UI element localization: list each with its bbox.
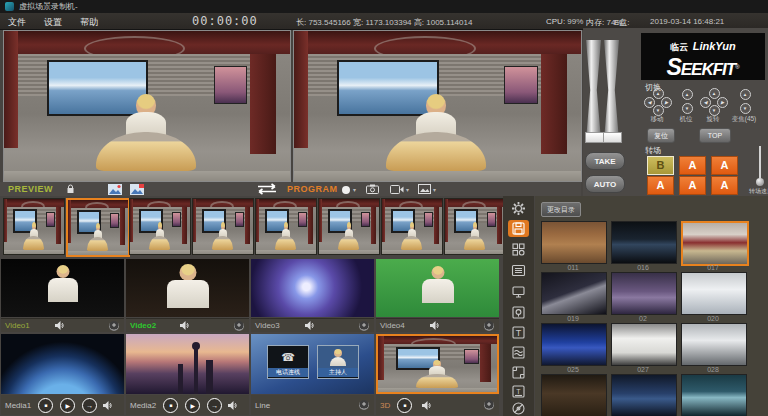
settings-knob-icon[interactable] bbox=[484, 321, 494, 331]
volume-icon[interactable] bbox=[430, 321, 441, 330]
volume-icon[interactable] bbox=[305, 321, 316, 330]
menu-file[interactable]: 文件 bbox=[8, 16, 26, 29]
zoom-out-icon[interactable]: ▼ bbox=[740, 103, 751, 114]
media2-stop-button[interactable]: ■ bbox=[163, 398, 178, 413]
menu-settings[interactable]: 设置 bbox=[44, 16, 62, 29]
transition-button-b[interactable]: B bbox=[647, 156, 674, 175]
video-capture-icon[interactable] bbox=[390, 185, 404, 194]
gallery-scene-02[interactable] bbox=[611, 272, 677, 315]
layout-grid-icon[interactable] bbox=[508, 241, 529, 258]
tbar-handle-right[interactable] bbox=[603, 132, 622, 143]
transition-button-a2[interactable]: A bbox=[711, 156, 738, 175]
record-dropdown-icon[interactable]: ▾ bbox=[353, 186, 356, 193]
gallery-scene-017-selected[interactable] bbox=[681, 221, 749, 266]
camera-angle-thumb-5[interactable] bbox=[255, 198, 317, 255]
save-icon-active[interactable] bbox=[508, 220, 529, 237]
transition-button-a4[interactable]: A bbox=[679, 176, 706, 195]
volume-icon[interactable] bbox=[55, 321, 66, 330]
camera-angle-thumb-8[interactable] bbox=[444, 198, 506, 255]
volume-icon[interactable] bbox=[228, 401, 239, 410]
rotate-right-icon[interactable]: ▶ bbox=[717, 97, 728, 108]
line-phone-option[interactable]: ☎ 电话连线 bbox=[267, 345, 309, 379]
settings-knob-icon[interactable] bbox=[234, 321, 244, 331]
top-button[interactable]: TOP bbox=[699, 128, 731, 143]
gallery-scene-row4-2[interactable] bbox=[611, 374, 677, 416]
tbar-handle-left[interactable] bbox=[585, 132, 604, 143]
snapshot-camera-icon[interactable] bbox=[366, 184, 379, 194]
media2-loop-button[interactable]: → bbox=[207, 398, 222, 413]
change-directory-button[interactable]: 更改目录 bbox=[541, 202, 581, 217]
camera-angle-thumb-6[interactable] bbox=[318, 198, 380, 255]
gallery-scene-028[interactable] bbox=[681, 323, 747, 366]
gallery-scene-row4-3[interactable] bbox=[681, 374, 747, 416]
gallery-scene-019[interactable] bbox=[541, 272, 607, 315]
settings-knob-icon[interactable] bbox=[109, 321, 119, 331]
gallery-scene-020[interactable] bbox=[681, 272, 747, 315]
reset-button[interactable]: 复位 bbox=[647, 128, 675, 143]
media1-play-button[interactable]: ▶ bbox=[60, 398, 75, 413]
move-left-icon[interactable]: ◀ bbox=[644, 97, 655, 108]
rotate-up-icon[interactable]: ▲ bbox=[709, 88, 720, 99]
camera-up-icon[interactable]: ▲ bbox=[682, 89, 693, 100]
settings-knob-icon[interactable] bbox=[484, 400, 494, 410]
camera-angle-thumb-2-selected[interactable] bbox=[66, 198, 130, 257]
3d-stop-button[interactable]: ■ bbox=[397, 398, 412, 413]
media2-thumbnail[interactable] bbox=[126, 334, 249, 394]
playlist-icon[interactable] bbox=[508, 262, 529, 279]
media1-loop-button[interactable]: → bbox=[82, 398, 97, 413]
media1-thumbnail[interactable] bbox=[1, 334, 124, 394]
camera-angle-thumb-7[interactable] bbox=[381, 198, 443, 255]
transition-button-a5[interactable]: A bbox=[711, 176, 738, 195]
zoom-in-icon[interactable]: ▲ bbox=[740, 89, 751, 100]
move-up-icon[interactable]: ▲ bbox=[653, 88, 664, 99]
camera-down-icon[interactable]: ▼ bbox=[682, 103, 693, 114]
image-output-dropdown-icon[interactable]: ▾ bbox=[433, 186, 436, 193]
media-layers-icon[interactable] bbox=[508, 344, 529, 361]
gallery-scene-016[interactable] bbox=[611, 221, 677, 264]
disc-icon[interactable] bbox=[508, 400, 529, 416]
transition-speed-knob[interactable] bbox=[756, 178, 764, 186]
lock-icon[interactable] bbox=[66, 184, 75, 194]
subtitle-icon[interactable]: T bbox=[508, 383, 529, 400]
rotate-left-icon[interactable]: ◀ bbox=[700, 97, 711, 108]
tbar-fader-right[interactable] bbox=[604, 40, 619, 140]
transition-button-a1[interactable]: A bbox=[679, 156, 706, 175]
auto-button[interactable]: AUTO bbox=[585, 175, 625, 193]
effects-icon[interactable] bbox=[508, 304, 529, 321]
set-foreground-icon[interactable] bbox=[130, 184, 144, 195]
camera-angle-thumb-1[interactable] bbox=[3, 198, 65, 255]
video3-thumbnail[interactable] bbox=[251, 259, 374, 317]
settings-gear-icon[interactable] bbox=[508, 200, 529, 217]
camera-angle-thumb-3[interactable] bbox=[129, 198, 191, 255]
settings-knob-icon[interactable] bbox=[359, 400, 369, 410]
volume-icon[interactable] bbox=[180, 321, 191, 330]
video1-thumbnail[interactable] bbox=[1, 259, 124, 317]
video-capture-dropdown-icon[interactable]: ▾ bbox=[406, 186, 409, 193]
camera-angle-thumb-4[interactable] bbox=[192, 198, 254, 255]
gallery-scene-row4-1[interactable] bbox=[541, 374, 607, 416]
swap-preview-program-icon[interactable] bbox=[253, 183, 281, 195]
image-output-icon[interactable] bbox=[418, 184, 431, 194]
line-thumbnail[interactable]: ☎ 电话连线 主持人 bbox=[251, 334, 374, 394]
media2-play-button[interactable]: ▶ bbox=[185, 398, 200, 413]
take-button[interactable]: TAKE bbox=[585, 152, 625, 170]
record-icon[interactable] bbox=[342, 186, 350, 194]
gallery-scene-025[interactable] bbox=[541, 323, 607, 366]
gallery-scene-011[interactable] bbox=[541, 221, 607, 264]
settings-knob-icon[interactable] bbox=[359, 321, 369, 331]
transition-button-a3[interactable]: A bbox=[647, 176, 674, 195]
volume-icon[interactable] bbox=[422, 401, 433, 410]
set-background-icon[interactable] bbox=[108, 184, 122, 195]
menu-help[interactable]: 帮助 bbox=[80, 16, 98, 29]
volume-icon[interactable] bbox=[103, 401, 114, 410]
move-right-icon[interactable]: ▶ bbox=[661, 97, 672, 108]
frame-icon[interactable] bbox=[508, 364, 529, 381]
media1-stop-button[interactable]: ■ bbox=[38, 398, 53, 413]
3d-thumbnail-selected[interactable] bbox=[376, 334, 499, 394]
video2-thumbnail[interactable] bbox=[126, 259, 249, 317]
text-tool-icon[interactable]: T bbox=[508, 324, 529, 341]
video4-thumbnail[interactable] bbox=[376, 259, 499, 317]
line-host-option[interactable]: 主持人 bbox=[317, 345, 359, 379]
tbar-fader-left[interactable] bbox=[586, 40, 601, 140]
gallery-scene-027[interactable] bbox=[611, 323, 677, 366]
